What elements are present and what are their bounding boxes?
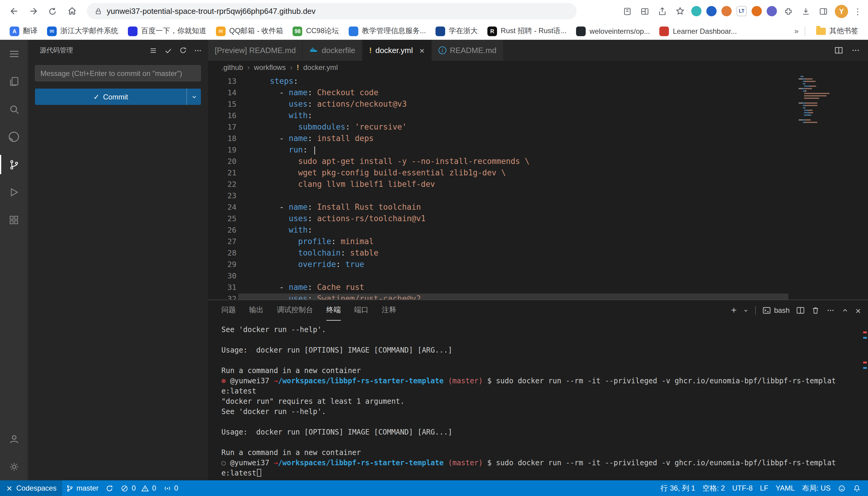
new-terminal-icon[interactable]: +: [731, 306, 737, 315]
code-text: with:: [237, 110, 312, 121]
notifications-bell-icon[interactable]: [849, 480, 864, 496]
editor-tab-dockerfile[interactable]: dockerfile: [303, 40, 362, 61]
breadcrumb-item[interactable]: docker.yml: [303, 63, 338, 72]
run-debug-icon[interactable]: [0, 179, 28, 206]
menu-icon[interactable]: [0, 40, 28, 67]
panel-tabs: 问题输出调试控制台终端端口注释: [221, 300, 409, 321]
downloads-icon[interactable]: [800, 5, 812, 17]
refresh-icon[interactable]: [179, 46, 187, 54]
address-bar[interactable]: yunwei37-potential-space-trout-rpr5qwj66…: [87, 3, 577, 19]
favorite-star-icon[interactable]: [674, 5, 686, 17]
maximize-panel-icon[interactable]: [841, 307, 849, 314]
panel-tab-debug-console[interactable]: 调试控制台: [277, 300, 313, 321]
collections-icon[interactable]: [621, 5, 633, 17]
other-bookmarks-folder[interactable]: 其他书签: [811, 24, 863, 38]
commit-button[interactable]: ✓ Commit: [35, 89, 201, 105]
bookmark-item[interactable]: weloveinterns/op...: [571, 25, 655, 38]
more-actions-icon[interactable]: [851, 46, 860, 55]
terminal[interactable]: See 'docker run --help'. Usage: docker r…: [208, 321, 868, 480]
extensions-puzzle-icon[interactable]: [782, 5, 794, 17]
account-icon[interactable]: [0, 425, 28, 453]
chevron-right-icon: ›: [247, 63, 250, 72]
settings-gear-icon[interactable]: [0, 453, 28, 480]
horizontal-scrollbar[interactable]: [238, 294, 788, 299]
encoding[interactable]: UTF-8: [729, 480, 757, 496]
view-mode-icon[interactable]: [149, 46, 158, 55]
panel-more-actions-icon[interactable]: [826, 306, 835, 314]
bookmark-favicon: [660, 26, 669, 36]
extension-blue-shield-icon[interactable]: [706, 6, 717, 16]
indentation[interactable]: 空格: 2: [699, 480, 729, 496]
bookmark-item[interactable]: 教学管理信息服务...: [344, 24, 431, 38]
bookmark-item[interactable]: ✉浙江大学邮件系统: [42, 24, 123, 38]
panel-tab-problems[interactable]: 问题: [221, 300, 236, 321]
breadcrumb-item[interactable]: .github: [221, 63, 243, 72]
search-icon[interactable]: [0, 95, 28, 123]
kill-terminal-icon[interactable]: [811, 306, 820, 314]
cursor-position[interactable]: 行 36, 列 1: [657, 480, 699, 496]
remote-indicator[interactable]: Codespaces: [0, 480, 62, 496]
split-terminal-icon[interactable]: [796, 306, 805, 314]
breadcrumb-item[interactable]: workflows: [254, 63, 286, 72]
editor-tab--preview-readme-md[interactable]: [Preview] README.md: [208, 40, 303, 61]
terminal-dropdown-chevron-icon[interactable]: [743, 308, 749, 313]
extensions-icon[interactable]: [0, 206, 28, 234]
source-control-icon[interactable]: [0, 151, 28, 179]
language-mode[interactable]: YAML: [772, 480, 799, 496]
bookmark-item[interactable]: RRust 招聘 - Rust语...: [482, 24, 571, 38]
reload-icon[interactable]: [45, 3, 60, 19]
bookmarks-overflow-icon[interactable]: »: [794, 27, 799, 35]
bookmark-item[interactable]: A翻译: [5, 24, 42, 38]
tab-close-icon[interactable]: ×: [420, 46, 424, 55]
line-number: 30: [208, 270, 237, 281]
split-editor-icon[interactable]: [834, 46, 843, 55]
panel-tab-terminal[interactable]: 终端: [326, 300, 341, 321]
bookmark-item[interactable]: 98CC98论坛: [288, 24, 344, 38]
panel-tab-output[interactable]: 输出: [249, 300, 264, 321]
editor-tab-docker-yml[interactable]: !docker.yml×: [362, 40, 432, 61]
bookmark-favicon: R: [488, 26, 497, 36]
back-icon[interactable]: [6, 3, 22, 19]
terminal-line: Run a command in a new container: [221, 448, 862, 458]
open-in-new-icon[interactable]: [639, 5, 651, 17]
bookmark-item[interactable]: 学在浙大: [431, 24, 482, 38]
profile-avatar[interactable]: Y: [835, 4, 848, 18]
side-panel-icon[interactable]: [817, 5, 829, 17]
github-icon[interactable]: [0, 123, 28, 151]
commit-message-input[interactable]: Message (Ctrl+Enter to commit on "master…: [35, 65, 201, 81]
extension-purple-grid-icon[interactable]: [767, 6, 777, 16]
sync-icon[interactable]: [102, 480, 117, 496]
feedback-icon[interactable]: [834, 480, 849, 496]
close-panel-icon[interactable]: ×: [855, 305, 861, 315]
eol-sequence[interactable]: LF: [757, 480, 772, 496]
bookmark-item[interactable]: ✉QQ邮箱 - 收件箱: [211, 24, 288, 38]
share-icon[interactable]: [656, 5, 668, 17]
panel-tab-comments[interactable]: 注释: [382, 300, 396, 321]
folder-icon: [816, 27, 826, 35]
problems-indicator[interactable]: 0 0: [117, 480, 160, 496]
browser-menu-icon[interactable]: ⋮: [854, 6, 862, 16]
home-icon[interactable]: [64, 3, 80, 19]
extension-orange-pages-icon[interactable]: [721, 6, 732, 16]
forward-icon[interactable]: [25, 3, 41, 19]
yaml-warning-icon: !: [369, 46, 372, 55]
languagetool-icon[interactable]: LT: [736, 6, 747, 16]
extension-orange-loop-icon[interactable]: [752, 6, 762, 16]
keyboard-layout[interactable]: 布局: US: [798, 480, 834, 496]
commit-check-icon[interactable]: [164, 46, 173, 55]
breadcrumb: .github›workflows›!docker.yml: [208, 61, 868, 74]
extension-teal-circle-icon[interactable]: [691, 6, 702, 16]
bookmark-item[interactable]: 百度一下，你就知道: [123, 24, 211, 38]
ports-indicator[interactable]: 0: [160, 480, 182, 496]
shell-selector[interactable]: bash: [762, 306, 790, 314]
editor-tab-readme-md[interactable]: iREADME.md: [432, 40, 504, 61]
minimap[interactable]: [799, 76, 864, 124]
bookmark-item[interactable]: Learner Dashboar...: [655, 25, 742, 38]
code-line: 24 - name: Install Rust toolchain: [208, 201, 868, 213]
explorer-icon[interactable]: [0, 67, 28, 95]
panel-tab-ports[interactable]: 端口: [354, 300, 369, 321]
more-actions-icon[interactable]: [194, 46, 202, 55]
branch-indicator[interactable]: master: [62, 480, 102, 496]
commit-dropdown-chevron-icon[interactable]: [186, 89, 201, 105]
code-editor[interactable]: 13 steps:14 - name: Checkout code15 uses…: [208, 74, 868, 299]
